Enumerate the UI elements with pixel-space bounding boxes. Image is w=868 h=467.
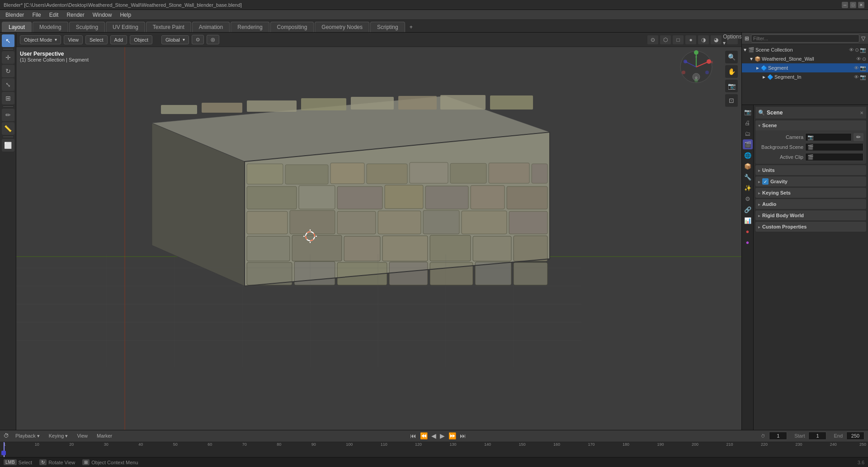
move-tool-button[interactable]: ✛ (2, 51, 14, 64)
tab-texture-paint[interactable]: Texture Paint (146, 22, 191, 32)
start-frame-input[interactable] (808, 432, 826, 440)
current-frame-input[interactable] (769, 432, 787, 440)
transform-orient-dropdown[interactable]: Global (161, 35, 189, 44)
outliner-filter-icon[interactable]: ▽ (861, 35, 865, 42)
segment-vis-icon[interactable]: 👁 (854, 65, 859, 71)
outliner-item-scene-collection[interactable]: ▾ 🎬 Scene Collection 👁 ⊙ 📷 (742, 45, 868, 54)
proportional-edit-dropdown[interactable]: ◎ (207, 35, 219, 44)
camera-viewport-button[interactable]: 📷 (725, 80, 738, 92)
tab-scripting[interactable]: Scripting (370, 22, 405, 32)
view-menu-tl[interactable]: View (74, 432, 90, 439)
viewport-icon[interactable]: ⊙ (855, 47, 859, 53)
playback-menu[interactable]: Playback ▾ (13, 432, 42, 440)
world-props-icon[interactable]: 🌐 (743, 150, 753, 160)
menu-help[interactable]: Help (116, 11, 135, 19)
segment-in-vis-icon[interactable]: 👁 (854, 74, 859, 80)
camera-value[interactable]: 📷 (805, 133, 852, 141)
select-tool-button[interactable]: ↖ (2, 34, 14, 47)
scene-props-icon[interactable]: 🎬 (743, 139, 753, 149)
options-button[interactable]: Options ▾ (727, 35, 738, 44)
props-close-icon[interactable]: ✕ (860, 110, 863, 115)
menu-edit[interactable]: Edit (46, 11, 62, 19)
jump-start-button[interactable]: ⏮ (410, 432, 416, 439)
zoom-viewport-button[interactable]: 🔍 (725, 51, 738, 63)
shading-wire[interactable]: □ (673, 35, 684, 44)
overlay-toggle[interactable]: ⊙ (647, 35, 658, 44)
ortho-viewport-button[interactable]: ⊡ (725, 94, 738, 107)
units-section-header[interactable]: ▸ Units (755, 165, 866, 175)
minimize-button[interactable]: ─ (842, 2, 848, 8)
background-scene-value[interactable]: 🎬 (805, 143, 863, 151)
keying-menu[interactable]: Keying ▾ (46, 432, 71, 440)
next-frame-button[interactable]: ⏩ (448, 432, 456, 439)
play-reverse-button[interactable]: ◀ (431, 432, 436, 439)
close-button[interactable]: ✕ (858, 2, 864, 8)
render-props-icon[interactable]: 📷 (743, 107, 753, 117)
snap-dropdown[interactable]: ⊙ (192, 35, 204, 44)
jump-end-button[interactable]: ⏭ (460, 432, 466, 439)
xray-toggle[interactable]: ⬡ (660, 35, 671, 44)
add-cube-button[interactable]: ⬜ (2, 139, 14, 152)
data-props-icon[interactable]: 📊 (743, 215, 753, 225)
gravity-checkbox[interactable]: ✓ (762, 178, 769, 185)
custom-properties-section-header[interactable]: ▸ Custom Properties (755, 222, 866, 232)
select-menu[interactable]: Select (85, 35, 108, 44)
annotate-tool-button[interactable]: ✏ (2, 109, 14, 121)
audio-section-header[interactable]: ▸ Audio (755, 199, 866, 209)
prev-frame-button[interactable]: ⏪ (420, 432, 428, 439)
keying-sets-section-header[interactable]: ▸ Keying Sets (755, 188, 866, 198)
tab-sculpting[interactable]: Sculpting (69, 22, 105, 32)
segment-in-render-icon[interactable]: 📷 (860, 74, 866, 80)
shading-material[interactable]: ◑ (698, 35, 709, 44)
visibility-icon-2[interactable]: 👁 (856, 56, 861, 62)
mode-dropdown[interactable]: Object Mode (20, 35, 61, 44)
segment-render-icon[interactable]: 📷 (860, 65, 866, 71)
shading-solid[interactable]: ● (685, 35, 696, 44)
camera-pick-button[interactable]: ✏ (854, 133, 863, 141)
frame-handle[interactable] (1, 451, 6, 455)
particles-props-icon[interactable]: ✨ (743, 183, 753, 193)
tab-layout[interactable]: Layout (2, 22, 32, 32)
modifier-props-icon[interactable]: 🔧 (743, 172, 753, 182)
view-layer-icon[interactable]: 🗂 (743, 129, 753, 138)
menu-render[interactable]: Render (63, 11, 88, 19)
add-menu[interactable]: Add (110, 35, 127, 44)
pan-viewport-button[interactable]: ✋ (725, 65, 738, 78)
maximize-button[interactable]: □ (850, 2, 856, 8)
viewport-3d[interactable]: Object Mode View Select Add Object Globa… (16, 33, 741, 430)
view-menu[interactable]: View (64, 35, 83, 44)
play-button[interactable]: ▶ (440, 432, 445, 439)
object-props-icon[interactable]: 📦 (743, 161, 753, 171)
tab-compositing[interactable]: Compositing (270, 22, 314, 32)
menu-window[interactable]: Window (89, 11, 116, 19)
timeline-ruler[interactable]: 1 10 20 30 40 50 60 70 80 90 100 110 120… (0, 442, 868, 457)
tab-animation[interactable]: Animation (192, 22, 230, 32)
tab-modeling[interactable]: Modeling (33, 22, 68, 32)
outliner-item-segment[interactable]: ▸ 🔷 Segment 👁 📷 (742, 63, 868, 72)
constraints-props-icon[interactable]: 🔗 (743, 205, 753, 214)
rigid-body-world-section-header[interactable]: ▸ Rigid Body World (755, 210, 866, 220)
physics-props-icon[interactable]: ⚙ (743, 194, 753, 204)
measure-tool-button[interactable]: 📏 (2, 122, 14, 135)
object-menu[interactable]: Object (130, 35, 152, 44)
outliner-search-input[interactable] (751, 34, 859, 43)
tab-rendering[interactable]: Rendering (231, 22, 269, 32)
render-icon[interactable]: 📷 (860, 47, 866, 53)
output-props-icon[interactable]: 🖨 (743, 118, 753, 128)
tab-uv-editing[interactable]: UV Editing (106, 22, 145, 32)
active-clip-value[interactable]: 🎬 (805, 153, 863, 161)
rotate-tool-button[interactable]: ↻ (2, 65, 14, 77)
viewport-icon-2[interactable]: ⊙ (862, 56, 866, 62)
visibility-icon[interactable]: 👁 (849, 47, 854, 53)
menu-blender[interactable]: Blender (2, 11, 28, 19)
scale-tool-button[interactable]: ⤡ (2, 78, 14, 91)
scene-section-header[interactable]: ▾ Scene (755, 120, 866, 130)
shader-props-icon[interactable]: ● (743, 237, 753, 247)
material-props-icon[interactable]: ● (743, 226, 753, 236)
outliner-item-segment-in[interactable]: ▸ 🔷 Segment_In 👁 📷 (742, 72, 868, 81)
transform-tool-button[interactable]: ⊞ (2, 92, 14, 105)
shading-render[interactable]: ◕ (711, 35, 722, 44)
menu-file[interactable]: File (28, 11, 44, 19)
gravity-section-header[interactable]: ▸ ✓ Gravity (755, 176, 866, 186)
marker-menu[interactable]: Marker (94, 432, 115, 439)
